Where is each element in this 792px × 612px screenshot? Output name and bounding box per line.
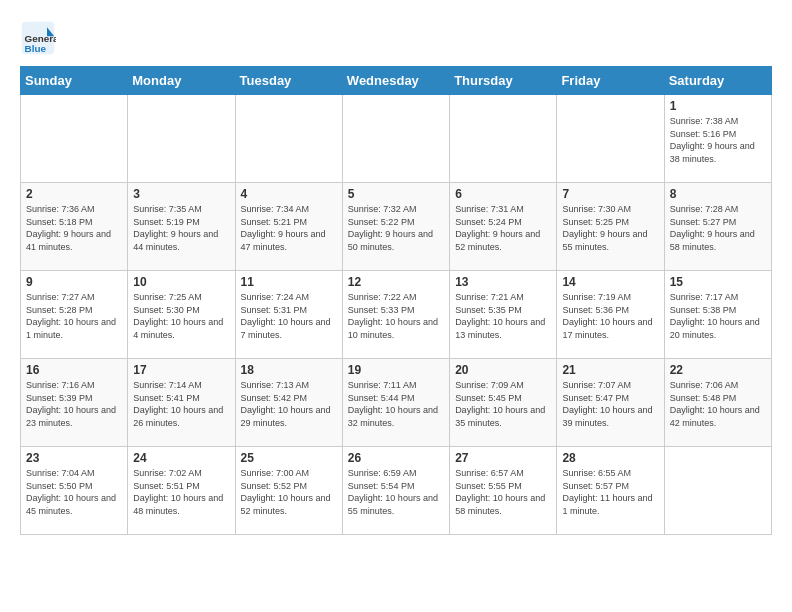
day-info: Sunrise: 7:30 AM Sunset: 5:25 PM Dayligh… <box>562 203 658 253</box>
weekday-header-wednesday: Wednesday <box>342 67 449 95</box>
day-info: Sunrise: 6:57 AM Sunset: 5:55 PM Dayligh… <box>455 467 551 517</box>
day-info: Sunrise: 7:07 AM Sunset: 5:47 PM Dayligh… <box>562 379 658 429</box>
calendar-cell: 18Sunrise: 7:13 AM Sunset: 5:42 PM Dayli… <box>235 359 342 447</box>
day-number: 13 <box>455 275 551 289</box>
day-info: Sunrise: 7:25 AM Sunset: 5:30 PM Dayligh… <box>133 291 229 341</box>
day-info: Sunrise: 7:31 AM Sunset: 5:24 PM Dayligh… <box>455 203 551 253</box>
calendar-cell: 24Sunrise: 7:02 AM Sunset: 5:51 PM Dayli… <box>128 447 235 535</box>
day-number: 7 <box>562 187 658 201</box>
day-info: Sunrise: 7:19 AM Sunset: 5:36 PM Dayligh… <box>562 291 658 341</box>
day-number: 24 <box>133 451 229 465</box>
calendar-cell: 25Sunrise: 7:00 AM Sunset: 5:52 PM Dayli… <box>235 447 342 535</box>
calendar-cell: 15Sunrise: 7:17 AM Sunset: 5:38 PM Dayli… <box>664 271 771 359</box>
day-number: 27 <box>455 451 551 465</box>
calendar-week-0: 1Sunrise: 7:38 AM Sunset: 5:16 PM Daylig… <box>21 95 772 183</box>
day-info: Sunrise: 7:21 AM Sunset: 5:35 PM Dayligh… <box>455 291 551 341</box>
page-header: General Blue <box>20 20 772 56</box>
calendar-cell: 4Sunrise: 7:34 AM Sunset: 5:21 PM Daylig… <box>235 183 342 271</box>
calendar-cell: 2Sunrise: 7:36 AM Sunset: 5:18 PM Daylig… <box>21 183 128 271</box>
calendar-cell: 3Sunrise: 7:35 AM Sunset: 5:19 PM Daylig… <box>128 183 235 271</box>
day-number: 5 <box>348 187 444 201</box>
day-info: Sunrise: 7:02 AM Sunset: 5:51 PM Dayligh… <box>133 467 229 517</box>
day-info: Sunrise: 7:34 AM Sunset: 5:21 PM Dayligh… <box>241 203 337 253</box>
calendar-cell: 23Sunrise: 7:04 AM Sunset: 5:50 PM Dayli… <box>21 447 128 535</box>
calendar-week-2: 9Sunrise: 7:27 AM Sunset: 5:28 PM Daylig… <box>21 271 772 359</box>
calendar-cell: 26Sunrise: 6:59 AM Sunset: 5:54 PM Dayli… <box>342 447 449 535</box>
calendar-week-3: 16Sunrise: 7:16 AM Sunset: 5:39 PM Dayli… <box>21 359 772 447</box>
calendar-table: SundayMondayTuesdayWednesdayThursdayFrid… <box>20 66 772 535</box>
day-number: 15 <box>670 275 766 289</box>
day-number: 25 <box>241 451 337 465</box>
calendar-cell: 7Sunrise: 7:30 AM Sunset: 5:25 PM Daylig… <box>557 183 664 271</box>
day-number: 8 <box>670 187 766 201</box>
day-number: 2 <box>26 187 122 201</box>
calendar-header-row: SundayMondayTuesdayWednesdayThursdayFrid… <box>21 67 772 95</box>
day-info: Sunrise: 7:28 AM Sunset: 5:27 PM Dayligh… <box>670 203 766 253</box>
calendar-cell: 8Sunrise: 7:28 AM Sunset: 5:27 PM Daylig… <box>664 183 771 271</box>
day-number: 14 <box>562 275 658 289</box>
calendar-cell <box>21 95 128 183</box>
day-info: Sunrise: 6:55 AM Sunset: 5:57 PM Dayligh… <box>562 467 658 517</box>
calendar-cell <box>128 95 235 183</box>
calendar-cell: 14Sunrise: 7:19 AM Sunset: 5:36 PM Dayli… <box>557 271 664 359</box>
day-info: Sunrise: 7:38 AM Sunset: 5:16 PM Dayligh… <box>670 115 766 165</box>
day-info: Sunrise: 7:11 AM Sunset: 5:44 PM Dayligh… <box>348 379 444 429</box>
weekday-header-thursday: Thursday <box>450 67 557 95</box>
day-info: Sunrise: 7:00 AM Sunset: 5:52 PM Dayligh… <box>241 467 337 517</box>
day-number: 22 <box>670 363 766 377</box>
day-number: 17 <box>133 363 229 377</box>
day-info: Sunrise: 7:09 AM Sunset: 5:45 PM Dayligh… <box>455 379 551 429</box>
calendar-cell: 11Sunrise: 7:24 AM Sunset: 5:31 PM Dayli… <box>235 271 342 359</box>
calendar-week-4: 23Sunrise: 7:04 AM Sunset: 5:50 PM Dayli… <box>21 447 772 535</box>
calendar-cell: 28Sunrise: 6:55 AM Sunset: 5:57 PM Dayli… <box>557 447 664 535</box>
day-info: Sunrise: 7:36 AM Sunset: 5:18 PM Dayligh… <box>26 203 122 253</box>
day-number: 26 <box>348 451 444 465</box>
calendar-cell: 12Sunrise: 7:22 AM Sunset: 5:33 PM Dayli… <box>342 271 449 359</box>
calendar-cell: 19Sunrise: 7:11 AM Sunset: 5:44 PM Dayli… <box>342 359 449 447</box>
calendar-cell: 16Sunrise: 7:16 AM Sunset: 5:39 PM Dayli… <box>21 359 128 447</box>
weekday-header-monday: Monday <box>128 67 235 95</box>
day-number: 19 <box>348 363 444 377</box>
day-info: Sunrise: 7:32 AM Sunset: 5:22 PM Dayligh… <box>348 203 444 253</box>
day-info: Sunrise: 7:24 AM Sunset: 5:31 PM Dayligh… <box>241 291 337 341</box>
day-info: Sunrise: 7:17 AM Sunset: 5:38 PM Dayligh… <box>670 291 766 341</box>
calendar-cell <box>342 95 449 183</box>
day-info: Sunrise: 7:35 AM Sunset: 5:19 PM Dayligh… <box>133 203 229 253</box>
day-info: Sunrise: 7:22 AM Sunset: 5:33 PM Dayligh… <box>348 291 444 341</box>
day-number: 28 <box>562 451 658 465</box>
day-number: 10 <box>133 275 229 289</box>
calendar-cell: 5Sunrise: 7:32 AM Sunset: 5:22 PM Daylig… <box>342 183 449 271</box>
calendar-cell: 9Sunrise: 7:27 AM Sunset: 5:28 PM Daylig… <box>21 271 128 359</box>
day-info: Sunrise: 7:13 AM Sunset: 5:42 PM Dayligh… <box>241 379 337 429</box>
day-number: 20 <box>455 363 551 377</box>
weekday-header-sunday: Sunday <box>21 67 128 95</box>
calendar-cell <box>664 447 771 535</box>
weekday-header-saturday: Saturday <box>664 67 771 95</box>
calendar-cell: 17Sunrise: 7:14 AM Sunset: 5:41 PM Dayli… <box>128 359 235 447</box>
logo-icon: General Blue <box>20 20 56 56</box>
weekday-header-tuesday: Tuesday <box>235 67 342 95</box>
logo: General Blue <box>20 20 60 56</box>
day-info: Sunrise: 7:27 AM Sunset: 5:28 PM Dayligh… <box>26 291 122 341</box>
day-number: 1 <box>670 99 766 113</box>
day-info: Sunrise: 7:04 AM Sunset: 5:50 PM Dayligh… <box>26 467 122 517</box>
calendar-cell: 13Sunrise: 7:21 AM Sunset: 5:35 PM Dayli… <box>450 271 557 359</box>
day-info: Sunrise: 7:06 AM Sunset: 5:48 PM Dayligh… <box>670 379 766 429</box>
calendar-week-1: 2Sunrise: 7:36 AM Sunset: 5:18 PM Daylig… <box>21 183 772 271</box>
calendar-cell <box>235 95 342 183</box>
calendar-cell: 1Sunrise: 7:38 AM Sunset: 5:16 PM Daylig… <box>664 95 771 183</box>
day-number: 4 <box>241 187 337 201</box>
weekday-header-friday: Friday <box>557 67 664 95</box>
day-number: 23 <box>26 451 122 465</box>
day-number: 12 <box>348 275 444 289</box>
day-number: 18 <box>241 363 337 377</box>
calendar-cell: 6Sunrise: 7:31 AM Sunset: 5:24 PM Daylig… <box>450 183 557 271</box>
calendar-cell: 10Sunrise: 7:25 AM Sunset: 5:30 PM Dayli… <box>128 271 235 359</box>
day-info: Sunrise: 7:14 AM Sunset: 5:41 PM Dayligh… <box>133 379 229 429</box>
calendar-cell: 27Sunrise: 6:57 AM Sunset: 5:55 PM Dayli… <box>450 447 557 535</box>
day-number: 21 <box>562 363 658 377</box>
calendar-cell: 22Sunrise: 7:06 AM Sunset: 5:48 PM Dayli… <box>664 359 771 447</box>
calendar-cell <box>557 95 664 183</box>
day-info: Sunrise: 7:16 AM Sunset: 5:39 PM Dayligh… <box>26 379 122 429</box>
day-number: 9 <box>26 275 122 289</box>
